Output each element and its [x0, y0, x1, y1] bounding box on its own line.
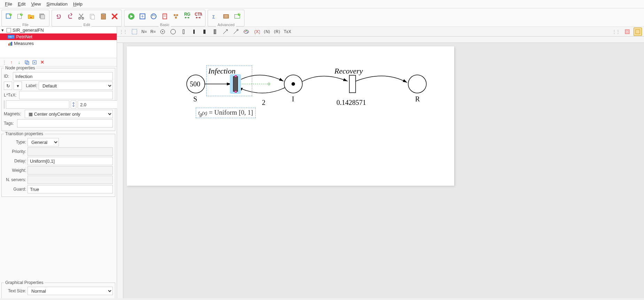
trans-gen-tool[interactable] — [211, 28, 219, 36]
delay-input[interactable] — [28, 157, 113, 165]
type-label: Type: — [4, 140, 26, 145]
menu-file[interactable]: FFileile — [2, 1, 15, 7]
textsize-select[interactable]: Normal — [28, 287, 113, 295]
menu-edit[interactable]: Edit — [15, 1, 28, 7]
highlight-button[interactable] — [634, 28, 642, 36]
guard-input[interactable] — [28, 185, 113, 193]
color-button[interactable] — [4, 100, 5, 109]
node-properties-panel: Node properties ID: ↻ ▾ Label: Default L… — [1, 68, 115, 131]
tool-b3[interactable] — [160, 11, 170, 21]
magnets-select[interactable]: ▦ Center onlyCenter only — [25, 110, 113, 118]
tree-expand-icon[interactable]: ▾ — [1, 28, 5, 33]
xvar-tool[interactable]: (X) — [253, 28, 261, 36]
svg-point-52 — [247, 31, 248, 32]
trans-imm-tool[interactable] — [179, 28, 188, 36]
transition-infection[interactable] — [230, 74, 241, 94]
svg-point-51 — [246, 30, 247, 31]
toolbar-group-basic: RG CTMC Basic — [124, 10, 205, 26]
nbrack-tool[interactable]: ⟨N⟩ — [263, 29, 271, 34]
place-r[interactable] — [408, 74, 427, 94]
svg-rect-12 — [101, 14, 106, 20]
color-tool[interactable] — [242, 28, 250, 36]
toolbar-group-basic-label: Basic — [159, 23, 171, 27]
tool-rg[interactable]: RG — [182, 11, 192, 21]
undo-button[interactable] — [54, 11, 64, 21]
transition-properties-panel: Transition properties Type: General Prio… — [1, 134, 115, 197]
svg-text:(X): (X) — [254, 29, 260, 34]
vertical-ruler — [117, 43, 123, 298]
guard-label: Guard: — [4, 187, 26, 192]
trans-det-tool[interactable] — [200, 28, 209, 36]
width-input[interactable] — [6, 100, 69, 109]
canvas-toolbar: ⋮⋮ N= R= (X) ⟨N⟩ ⟨R⟩ TᴇX ⋮⋮ — [117, 27, 644, 37]
svg-rect-45 — [203, 30, 205, 34]
menu-view[interactable]: View — [28, 1, 44, 7]
nservers-label: N. servers: — [4, 177, 26, 182]
svg-rect-39 — [132, 29, 137, 34]
delete-button[interactable] — [110, 11, 119, 21]
clear-decor-button[interactable] — [623, 28, 631, 36]
paste-button[interactable] — [99, 11, 108, 21]
label-select[interactable]: Default — [39, 82, 113, 90]
id-input[interactable] — [13, 72, 113, 80]
menu-help[interactable]: Help — [70, 1, 85, 7]
menubar: FFileile Edit View Simulation Help — [0, 0, 644, 8]
expand-button[interactable] — [32, 60, 37, 65]
tool-b1[interactable] — [138, 11, 147, 21]
menu-simulation[interactable]: Simulation — [44, 1, 70, 7]
height-icon-button[interactable] — [71, 100, 76, 109]
nconst-tool[interactable]: N= — [141, 29, 148, 34]
tool-ctmc[interactable]: CTMC — [193, 11, 203, 21]
delete-tree-button[interactable]: ✕ — [39, 60, 45, 65]
new-project-button[interactable]: + — [4, 11, 14, 21]
delay-formula[interactable]: fg(x) = Uniform [0, 1] — [196, 108, 256, 118]
save-all-button[interactable] — [37, 11, 47, 21]
clone-button[interactable] — [24, 60, 30, 65]
inhib-arc-tool[interactable] — [232, 28, 240, 36]
rbrack-tool[interactable]: ⟨R⟩ — [273, 29, 281, 34]
type-select[interactable]: General — [28, 138, 59, 146]
tool-adv2[interactable] — [221, 11, 231, 21]
play-button[interactable] — [126, 11, 136, 21]
tree-root[interactable]: ▾ SIR_generalFN — [0, 27, 117, 33]
arc-tool[interactable] — [221, 28, 230, 36]
tree-item-measures[interactable]: Measures — [0, 40, 117, 47]
svg-rect-35 — [11, 42, 12, 46]
tool-adv3[interactable]: + — [232, 11, 242, 21]
svg-point-59 — [292, 82, 295, 86]
place-r-label: R — [415, 95, 420, 103]
moveup-button[interactable]: ↑ — [9, 60, 14, 65]
movedown-button[interactable]: ↓ — [16, 60, 22, 65]
place-i[interactable] — [284, 74, 303, 94]
select-tool[interactable] — [130, 28, 139, 36]
project-tree[interactable]: ▾ SIR_generalFN NET PetriNet Measures — [0, 27, 117, 58]
transition-recovery[interactable] — [348, 74, 357, 94]
open-button[interactable] — [26, 11, 36, 21]
svg-rect-13 — [102, 13, 104, 15]
tree-item-petrinet[interactable]: NET PetriNet — [0, 33, 117, 40]
nservers-input — [28, 176, 113, 184]
latex-input[interactable] — [19, 91, 113, 99]
svg-rect-34 — [10, 43, 11, 46]
redo-button[interactable] — [65, 11, 75, 21]
place-empty-tool[interactable] — [169, 28, 177, 36]
rotate-menu-button[interactable]: ▾ — [14, 82, 22, 90]
trans-timed-tool[interactable] — [190, 28, 198, 36]
tags-input[interactable] — [17, 119, 113, 128]
svg-rect-32 — [7, 28, 11, 32]
tool-b2[interactable] — [149, 11, 158, 21]
canvas[interactable]: 500 S Infection I — [123, 43, 644, 298]
svg-point-50 — [245, 31, 246, 32]
rotate-button[interactable]: ↻ — [4, 82, 12, 90]
rconst-tool[interactable]: R= — [150, 29, 157, 34]
copy-button[interactable] — [87, 11, 97, 21]
tex-tool[interactable]: TᴇX — [283, 29, 292, 34]
new-net-button[interactable]: + — [15, 11, 25, 21]
cut-button[interactable] — [76, 11, 86, 21]
delay-label: Delay: — [4, 159, 26, 163]
svg-rect-7 — [40, 15, 45, 19]
tool-b4[interactable] — [171, 11, 181, 21]
place-tool[interactable] — [158, 28, 167, 36]
svg-rect-44 — [193, 30, 195, 34]
tool-sigma[interactable]: Σ — [210, 11, 220, 21]
